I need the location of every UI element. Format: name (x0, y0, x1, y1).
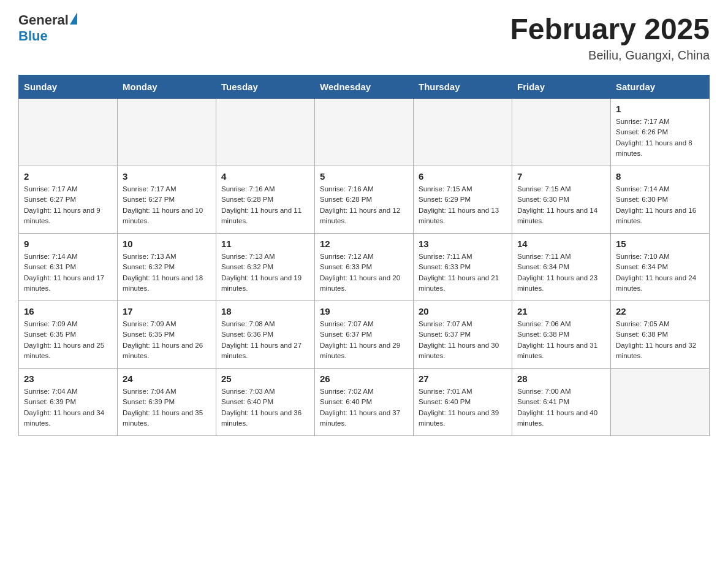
day-info: Sunrise: 7:01 AMSunset: 6:40 PMDaylight:… (419, 386, 507, 429)
weekday-header-thursday: Thursday (414, 75, 512, 99)
weekday-header-sunday: Sunday (19, 75, 118, 99)
day-info: Sunrise: 7:16 AMSunset: 6:28 PMDaylight:… (320, 184, 408, 226)
calendar-week-1: 1Sunrise: 7:17 AMSunset: 6:26 PMDaylight… (19, 99, 710, 166)
calendar-cell (315, 99, 414, 166)
calendar-cell: 10Sunrise: 7:13 AMSunset: 6:32 PMDayligh… (118, 234, 216, 301)
day-number: 7 (517, 171, 605, 182)
weekday-header-row: SundayMondayTuesdayWednesdayThursdayFrid… (19, 75, 710, 99)
day-number: 11 (221, 239, 309, 249)
calendar-week-3: 9Sunrise: 7:14 AMSunset: 6:31 PMDaylight… (19, 234, 710, 301)
day-info: Sunrise: 7:11 AMSunset: 6:34 PMDaylight:… (517, 251, 605, 294)
page-header: General Blue February 2025 Beiliu, Guang… (18, 12, 710, 63)
day-number: 16 (24, 306, 112, 316)
calendar-cell (216, 99, 315, 166)
day-info: Sunrise: 7:17 AMSunset: 6:27 PMDaylight:… (123, 184, 211, 226)
calendar-cell: 22Sunrise: 7:05 AMSunset: 6:38 PMDayligh… (611, 301, 710, 369)
logo-general-text: General (18, 12, 69, 28)
day-number: 5 (320, 171, 408, 182)
day-info: Sunrise: 7:09 AMSunset: 6:35 PMDaylight:… (24, 319, 112, 361)
calendar-cell: 4Sunrise: 7:16 AMSunset: 6:28 PMDaylight… (216, 166, 315, 234)
weekday-header-monday: Monday (118, 75, 216, 99)
calendar-cell: 16Sunrise: 7:09 AMSunset: 6:35 PMDayligh… (19, 301, 118, 369)
day-number: 22 (616, 306, 704, 316)
day-number: 25 (221, 373, 309, 384)
day-info: Sunrise: 7:07 AMSunset: 6:37 PMDaylight:… (419, 319, 507, 361)
calendar-cell: 19Sunrise: 7:07 AMSunset: 6:37 PMDayligh… (315, 301, 414, 369)
calendar-cell: 23Sunrise: 7:04 AMSunset: 6:39 PMDayligh… (19, 369, 118, 436)
day-number: 4 (221, 171, 309, 182)
calendar-cell: 13Sunrise: 7:11 AMSunset: 6:33 PMDayligh… (414, 234, 512, 301)
day-info: Sunrise: 7:16 AMSunset: 6:28 PMDaylight:… (221, 184, 309, 226)
calendar-cell: 14Sunrise: 7:11 AMSunset: 6:34 PMDayligh… (512, 234, 611, 301)
calendar-cell: 3Sunrise: 7:17 AMSunset: 6:27 PMDaylight… (118, 166, 216, 234)
day-info: Sunrise: 7:15 AMSunset: 6:30 PMDaylight:… (517, 184, 605, 226)
calendar-cell: 8Sunrise: 7:14 AMSunset: 6:30 PMDaylight… (611, 166, 710, 234)
calendar-cell: 26Sunrise: 7:02 AMSunset: 6:40 PMDayligh… (315, 369, 414, 436)
logo-triangle-icon (70, 12, 77, 25)
calendar-cell: 18Sunrise: 7:08 AMSunset: 6:36 PMDayligh… (216, 301, 315, 369)
day-number: 27 (419, 373, 507, 384)
day-info: Sunrise: 7:04 AMSunset: 6:39 PMDaylight:… (24, 386, 112, 429)
day-number: 26 (320, 373, 408, 384)
calendar-header: SundayMondayTuesdayWednesdayThursdayFrid… (19, 75, 710, 99)
calendar-cell (414, 99, 512, 166)
day-number: 28 (517, 373, 605, 384)
day-info: Sunrise: 7:05 AMSunset: 6:38 PMDaylight:… (616, 319, 704, 361)
day-info: Sunrise: 7:02 AMSunset: 6:40 PMDaylight:… (320, 386, 408, 429)
calendar-cell (19, 99, 118, 166)
weekday-header-friday: Friday (512, 75, 611, 99)
day-info: Sunrise: 7:09 AMSunset: 6:35 PMDaylight:… (123, 319, 211, 361)
day-number: 24 (123, 373, 211, 384)
day-number: 21 (517, 306, 605, 316)
calendar-cell (512, 99, 611, 166)
day-info: Sunrise: 7:13 AMSunset: 6:32 PMDaylight:… (123, 251, 211, 294)
calendar-cell: 12Sunrise: 7:12 AMSunset: 6:33 PMDayligh… (315, 234, 414, 301)
calendar-cell: 17Sunrise: 7:09 AMSunset: 6:35 PMDayligh… (118, 301, 216, 369)
weekday-header-tuesday: Tuesday (216, 75, 315, 99)
day-number: 8 (616, 171, 704, 182)
weekday-header-wednesday: Wednesday (315, 75, 414, 99)
logo: General Blue (18, 12, 77, 44)
day-info: Sunrise: 7:15 AMSunset: 6:29 PMDaylight:… (419, 184, 507, 226)
day-info: Sunrise: 7:14 AMSunset: 6:30 PMDaylight:… (616, 184, 704, 226)
calendar-cell: 24Sunrise: 7:04 AMSunset: 6:39 PMDayligh… (118, 369, 216, 436)
weekday-header-saturday: Saturday (611, 75, 710, 99)
day-info: Sunrise: 7:08 AMSunset: 6:36 PMDaylight:… (221, 319, 309, 361)
day-info: Sunrise: 7:00 AMSunset: 6:41 PMDaylight:… (517, 386, 605, 429)
day-number: 9 (24, 239, 112, 249)
day-info: Sunrise: 7:07 AMSunset: 6:37 PMDaylight:… (320, 319, 408, 361)
logo-blue-text: Blue (18, 28, 77, 44)
calendar-subtitle: Beiliu, Guangxi, China (510, 48, 710, 63)
calendar-cell: 1Sunrise: 7:17 AMSunset: 6:26 PMDaylight… (611, 99, 710, 166)
calendar-cell: 7Sunrise: 7:15 AMSunset: 6:30 PMDaylight… (512, 166, 611, 234)
calendar-cell: 2Sunrise: 7:17 AMSunset: 6:27 PMDaylight… (19, 166, 118, 234)
calendar-cell: 6Sunrise: 7:15 AMSunset: 6:29 PMDaylight… (414, 166, 512, 234)
logo-wordmark: General Blue (18, 12, 77, 44)
calendar-title: February 2025 (510, 12, 710, 46)
day-number: 20 (419, 306, 507, 316)
calendar-cell: 28Sunrise: 7:00 AMSunset: 6:41 PMDayligh… (512, 369, 611, 436)
day-info: Sunrise: 7:11 AMSunset: 6:33 PMDaylight:… (419, 251, 507, 294)
calendar-cell: 27Sunrise: 7:01 AMSunset: 6:40 PMDayligh… (414, 369, 512, 436)
day-number: 12 (320, 239, 408, 249)
day-number: 2 (24, 171, 112, 182)
day-info: Sunrise: 7:03 AMSunset: 6:40 PMDaylight:… (221, 386, 309, 429)
calendar-cell: 21Sunrise: 7:06 AMSunset: 6:38 PMDayligh… (512, 301, 611, 369)
calendar-cell: 11Sunrise: 7:13 AMSunset: 6:32 PMDayligh… (216, 234, 315, 301)
calendar-week-4: 16Sunrise: 7:09 AMSunset: 6:35 PMDayligh… (19, 301, 710, 369)
day-info: Sunrise: 7:17 AMSunset: 6:26 PMDaylight:… (616, 117, 704, 159)
day-number: 10 (123, 239, 211, 249)
day-info: Sunrise: 7:12 AMSunset: 6:33 PMDaylight:… (320, 251, 408, 294)
calendar-week-5: 23Sunrise: 7:04 AMSunset: 6:39 PMDayligh… (19, 369, 710, 436)
calendar-cell: 20Sunrise: 7:07 AMSunset: 6:37 PMDayligh… (414, 301, 512, 369)
calendar-cell (118, 99, 216, 166)
calendar-week-2: 2Sunrise: 7:17 AMSunset: 6:27 PMDaylight… (19, 166, 710, 234)
day-number: 6 (419, 171, 507, 182)
day-number: 15 (616, 239, 704, 249)
day-number: 18 (221, 306, 309, 316)
day-info: Sunrise: 7:10 AMSunset: 6:34 PMDaylight:… (616, 251, 704, 294)
day-info: Sunrise: 7:17 AMSunset: 6:27 PMDaylight:… (24, 184, 112, 226)
calendar-cell: 9Sunrise: 7:14 AMSunset: 6:31 PMDaylight… (19, 234, 118, 301)
day-number: 17 (123, 306, 211, 316)
day-number: 14 (517, 239, 605, 249)
